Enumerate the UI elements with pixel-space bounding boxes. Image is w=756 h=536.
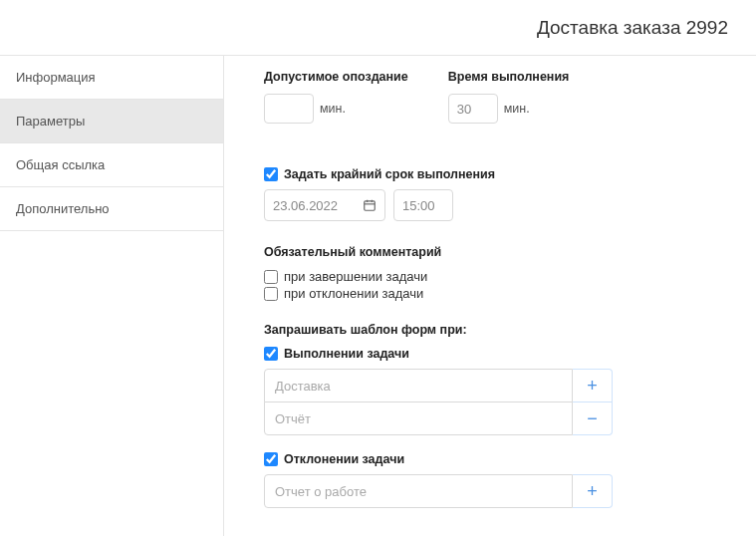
on-reject-label: при отклонении задачи — [284, 286, 423, 301]
calendar-icon — [363, 198, 377, 212]
page-title: Доставка заказа 2992 — [537, 17, 728, 39]
sidebar-item-additional[interactable]: Дополнительно — [0, 187, 223, 231]
exec-time-input[interactable] — [448, 94, 498, 124]
remove-template-button[interactable]: − — [573, 402, 613, 435]
svg-rect-0 — [365, 201, 376, 210]
template-field[interactable]: Отчёт — [264, 402, 573, 435]
sidebar-item-params[interactable]: Параметры — [0, 100, 223, 143]
template-field[interactable]: Доставка — [264, 369, 573, 402]
deadline-date-input[interactable]: 23.06.2022 — [264, 189, 385, 221]
template-field[interactable]: Отчет о работе — [264, 474, 573, 508]
add-template-button[interactable]: + — [573, 369, 613, 402]
deadline-label: Задать крайний срок выполнения — [284, 167, 495, 181]
exec-time-label: Время выполнения — [448, 70, 570, 84]
task-complete-checkbox[interactable] — [264, 347, 278, 361]
task-reject-checkbox[interactable] — [264, 452, 278, 466]
deadline-time-value: 15:00 — [402, 198, 435, 213]
sidebar-item-shared-link[interactable]: Общая ссылка — [0, 143, 223, 187]
task-complete-label: Выполнении задачи — [284, 347, 409, 361]
allowed-delay-label: Допустимое опоздание — [264, 70, 408, 84]
allowed-delay-input[interactable] — [264, 94, 314, 124]
minus-icon: − — [587, 408, 598, 429]
deadline-date-value: 23.06.2022 — [273, 198, 338, 213]
sidebar: Информация Параметры Общая ссылка Дополн… — [0, 56, 224, 536]
mandatory-comment-title: Обязательный комментарий — [264, 245, 716, 259]
add-template-button[interactable]: + — [573, 474, 613, 508]
deadline-time-input[interactable]: 15:00 — [393, 189, 453, 221]
main-panel: Допустимое опоздание мин. Время выполнен… — [224, 56, 756, 536]
templates-title: Запрашивать шаблон форм при: — [264, 323, 716, 337]
plus-icon: + — [587, 376, 598, 397]
on-complete-label: при завершении задачи — [284, 269, 427, 284]
on-complete-checkbox[interactable] — [264, 270, 278, 284]
on-reject-checkbox[interactable] — [264, 287, 278, 301]
plus-icon: + — [587, 481, 598, 502]
task-reject-label: Отклонении задачи — [284, 452, 404, 466]
sidebar-item-info[interactable]: Информация — [0, 56, 223, 100]
minutes-suffix: мин. — [320, 102, 346, 116]
deadline-checkbox[interactable] — [264, 167, 278, 181]
minutes-suffix: мин. — [504, 102, 530, 116]
